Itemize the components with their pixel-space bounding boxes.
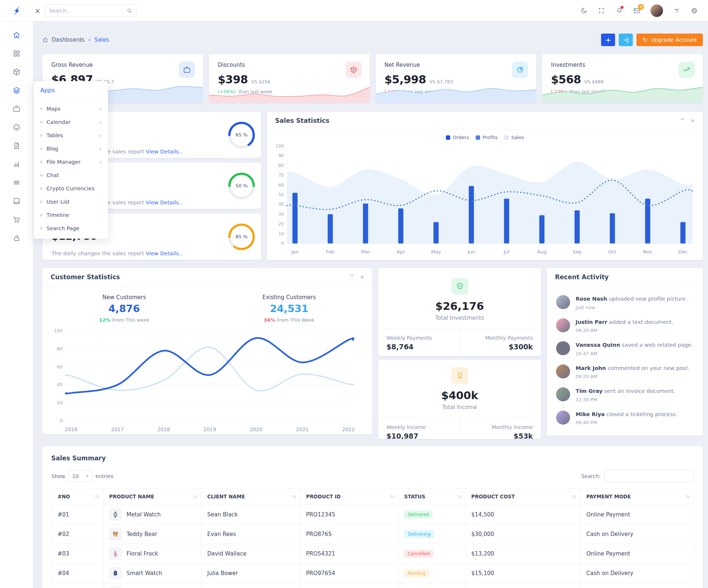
activity-user-name: Rose Nash xyxy=(576,296,607,302)
activity-user-name: Mike Riya xyxy=(576,411,605,417)
close-icon[interactable]: × xyxy=(35,7,41,15)
column-header-status[interactable]: STATUS↑↓ xyxy=(398,488,465,505)
fullscreen-icon[interactable] xyxy=(597,7,605,15)
activity-item[interactable]: Rose Nash uploaded new profile picture. … xyxy=(556,291,695,314)
filter-icon[interactable] xyxy=(673,7,681,15)
teddy-bear-icon xyxy=(109,528,122,540)
close-icon[interactable]: × xyxy=(690,118,695,124)
show-label: Show xyxy=(51,473,65,479)
sidebar-item-home-icon[interactable] xyxy=(9,26,24,44)
column-header-no[interactable]: #NO↑↓ xyxy=(52,488,103,505)
sort-icon[interactable]: ↑↓ xyxy=(94,495,99,499)
search-icon[interactable] xyxy=(126,8,132,14)
sort-icon[interactable]: ↑↓ xyxy=(685,495,690,499)
sidebar-item-bar-chart-icon[interactable] xyxy=(9,155,24,173)
svg-text:Nov: Nov xyxy=(643,249,653,255)
activity-item[interactable]: Mike Riya closed a ticketing process. 06… xyxy=(556,407,695,430)
apps-menu-item-tables[interactable]: Tables› xyxy=(40,129,103,142)
sidebar-item-grid-icon[interactable] xyxy=(9,44,24,63)
apps-menu-item-search-page[interactable]: Search Page xyxy=(40,222,103,235)
apps-menu-item-chat[interactable]: Chat xyxy=(40,169,103,182)
apps-menu-item-file-manager[interactable]: File Manager› xyxy=(40,155,103,169)
collapse-icon[interactable]: ^ xyxy=(680,118,685,124)
legend-sales[interactable]: Sales xyxy=(504,135,524,140)
activity-action: sent an invoice document. xyxy=(604,388,675,394)
activity-item[interactable]: Justin Parr added a text document. 09:20… xyxy=(556,314,695,338)
stat-cards-row: Gross Revenue $6,897 VS $5,7 Discounts $… xyxy=(42,54,703,103)
table-row[interactable]: #03 Floral Frock David Wallace PRO54321 … xyxy=(52,544,694,564)
svg-text:2022: 2022 xyxy=(342,426,355,432)
apps-menu-item-maps[interactable]: Maps› xyxy=(40,102,103,115)
sidebar-item-layers-icon[interactable] xyxy=(9,81,24,100)
legend-profits[interactable]: Profits xyxy=(476,135,498,140)
apps-menu-item-crypto-currencies[interactable]: Crypto Currencies xyxy=(40,182,103,195)
status-badge: Cancelled xyxy=(404,550,433,558)
bullet-icon xyxy=(40,134,42,136)
column-header-product-id[interactable]: PRODUCT ID↑↓ xyxy=(300,488,398,505)
column-header-client-name[interactable]: CLIENT NAME↑↓ xyxy=(201,488,300,505)
upgrade-account-button[interactable]: ↻ Upgrade Account xyxy=(636,34,703,46)
page-size-select[interactable]: 10 ▾ xyxy=(69,470,92,482)
activity-item[interactable]: Vanessa Quinn saved a web related page. … xyxy=(556,337,695,360)
sales-summary-table: #NO↑↓PRODUCT NAME↑↓CLIENT NAME↑↓PRODUCT … xyxy=(51,488,694,588)
sidebar-item-menu-icon[interactable] xyxy=(9,173,24,192)
table-row[interactable]: #02 Teddy Bear Evan Rees PRO8765 Deliver… xyxy=(52,525,694,544)
table-row[interactable]: #05 Gold Ring Kevin James PRO4532 Shippe… xyxy=(52,583,694,588)
breadcrumb-dashboards[interactable]: Dashboards xyxy=(52,37,84,43)
existing-customers-delta: 34% xyxy=(264,317,275,323)
svg-text:40: 40 xyxy=(57,382,63,387)
search-box[interactable] xyxy=(45,4,136,17)
sidebar-item-tablet-icon[interactable] xyxy=(9,192,24,210)
column-header-product-name[interactable]: PRODUCT NAME↑↓ xyxy=(103,488,201,505)
app-logo[interactable] xyxy=(0,0,33,21)
collapse-icon[interactable]: ^ xyxy=(350,274,354,280)
watch-icon xyxy=(109,508,122,521)
sort-icon[interactable]: ↑↓ xyxy=(572,495,576,499)
column-header-product-cost[interactable]: PRODUCT COST↑↓ xyxy=(465,488,580,505)
notifications-bell-icon[interactable] xyxy=(615,7,623,15)
sidebar-item-cart-icon[interactable] xyxy=(9,210,24,229)
apps-menu-item-timeline[interactable]: Timeline xyxy=(40,208,103,222)
sort-icon[interactable]: ↑↓ xyxy=(457,495,461,499)
sort-icon[interactable]: ↑↓ xyxy=(192,495,197,499)
view-details-link[interactable]: View Details.. xyxy=(146,250,182,256)
column-header-payment-mode[interactable]: PAYMENT MODE↑↓ xyxy=(580,488,694,505)
view-details-link[interactable]: View Details.. xyxy=(146,149,182,155)
avatar xyxy=(556,411,570,425)
add-button[interactable]: + xyxy=(601,34,615,46)
table-row[interactable]: #01 Metal Watch Sean Black PRO12345 Deli… xyxy=(52,505,694,525)
close-icon[interactable]: × xyxy=(360,274,364,280)
apps-menu-item-calendar[interactable]: Calendar› xyxy=(40,115,103,129)
sidebar-item-box-icon[interactable] xyxy=(9,63,24,81)
svg-text:Jul: Jul xyxy=(503,249,510,255)
legend-orders[interactable]: Orders xyxy=(446,135,469,140)
activity-item[interactable]: Mark John commented on your new post. 09… xyxy=(556,360,695,384)
search-input[interactable] xyxy=(49,8,124,14)
cell-cost: $14,500 xyxy=(465,505,580,525)
sort-icon[interactable]: ↑↓ xyxy=(291,495,296,499)
cell-status: Shipped xyxy=(398,583,465,588)
apps-menu-item-blog[interactable]: Blog› xyxy=(40,142,103,155)
apps-menu-item-user-list[interactable]: User List xyxy=(40,195,103,208)
sidebar-item-briefcase-icon[interactable] xyxy=(9,100,24,118)
ring-icon xyxy=(109,587,122,588)
messages-icon[interactable]: 6 xyxy=(633,7,641,15)
settings-gear-icon[interactable]: ⚙ xyxy=(690,7,698,15)
activity-list: Rose Nash uploaded new profile picture. … xyxy=(547,286,703,429)
dark-mode-icon[interactable] xyxy=(580,7,588,15)
view-details-link[interactable]: View Details.. xyxy=(146,200,182,205)
table-row[interactable]: #04 Smart Watch Julia Bower PRO97654 Pen… xyxy=(52,564,694,583)
sign-in-button[interactable] xyxy=(619,34,633,46)
sidebar-item-lock-icon[interactable] xyxy=(9,229,24,247)
activity-time: Just now xyxy=(576,305,687,310)
sort-icon[interactable]: ↑↓ xyxy=(389,495,394,499)
user-avatar[interactable] xyxy=(650,4,663,17)
sidebar-item-document-icon[interactable] xyxy=(9,136,24,155)
home-icon xyxy=(42,37,48,43)
gauge-chart: 65 % xyxy=(227,121,256,149)
activity-item[interactable]: Tim Gray sent an invoice document. 12:30… xyxy=(556,383,695,407)
sidebar-item-smiley-icon[interactable] xyxy=(9,118,24,136)
cell-status: Delivered xyxy=(398,505,465,525)
messages-badge: 6 xyxy=(638,4,644,10)
table-search-input[interactable] xyxy=(604,470,694,482)
